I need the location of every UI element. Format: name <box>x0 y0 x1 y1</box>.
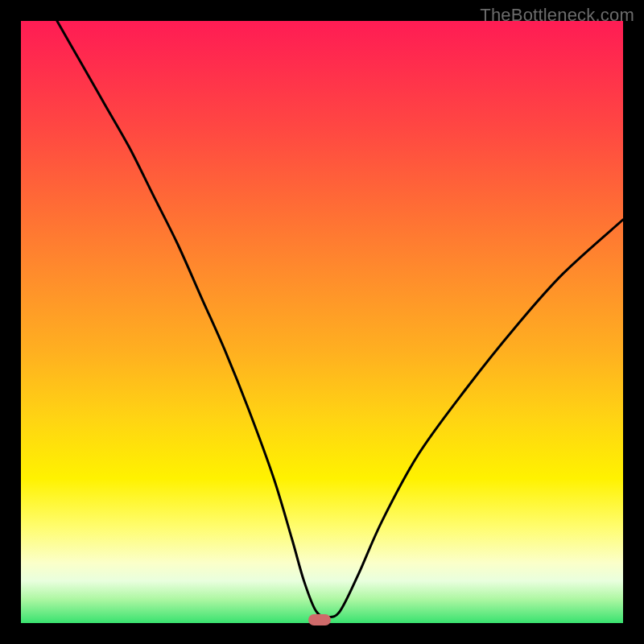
optimal-point-marker <box>308 614 331 625</box>
plot-area <box>21 21 623 623</box>
chart-frame: TheBottleneck.com <box>0 0 644 644</box>
bottleneck-curve <box>21 21 623 623</box>
curve-path <box>57 21 623 617</box>
